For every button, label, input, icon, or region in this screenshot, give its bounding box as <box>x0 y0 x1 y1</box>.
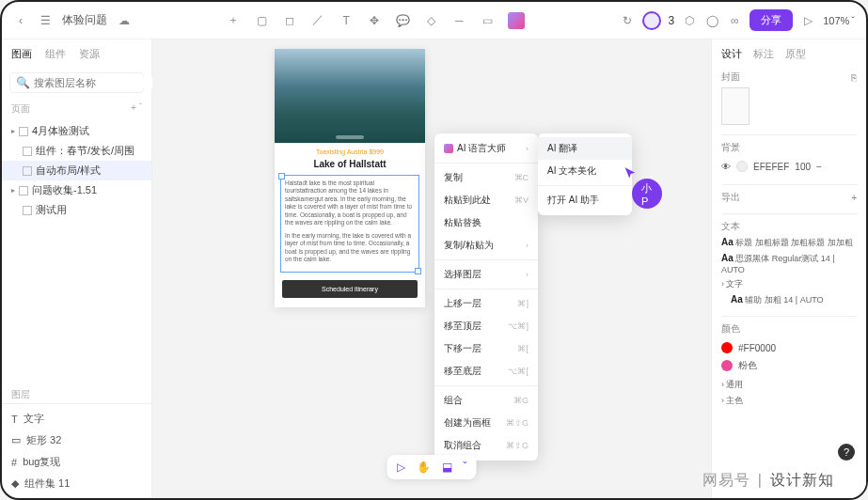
text-icon: T <box>11 414 18 425</box>
share-button[interactable]: 分享 <box>750 9 793 31</box>
bg-opacity[interactable]: 100 <box>795 162 811 172</box>
cursor-icon <box>623 166 638 184</box>
text-icon[interactable]: T <box>339 13 354 28</box>
ctx-ungroup[interactable]: 取消组合⌘⇧G <box>434 434 538 457</box>
pages-label: 页面 + ˇ <box>2 97 151 117</box>
minus-icon[interactable]: − <box>816 162 822 172</box>
tree-item[interactable]: ▸问题收集-1.51 <box>2 180 151 200</box>
ai-beautify[interactable]: AI 文本美化 <box>538 160 632 182</box>
typo-group[interactable]: › 文字 <box>721 278 857 290</box>
color-row[interactable]: 粉色 <box>721 356 857 375</box>
chevron-down-icon[interactable]: ˇ <box>464 461 467 474</box>
doc-title: 体验问题 <box>62 12 107 28</box>
tab-assets[interactable]: 资源 <box>79 47 100 61</box>
back-icon[interactable]: ‹ <box>13 13 28 28</box>
ctx-move-top[interactable]: 移至顶层⌥⌘] <box>434 315 538 337</box>
color-row[interactable]: #FF0000 <box>721 339 857 356</box>
add-icon[interactable]: ＋ <box>226 13 241 28</box>
bg-section: 背景 👁 EFEFEF 100 − <box>721 141 857 175</box>
typo-preset[interactable]: Aa 思源黑体 Regular测试 14 | AUTO <box>721 253 857 274</box>
color-group[interactable]: › 主色 <box>721 395 857 407</box>
component-icon[interactable]: ◇ <box>423 13 438 28</box>
menu-icon[interactable]: ☰ <box>38 13 53 28</box>
tree-item[interactable]: 自动布局/样式 <box>2 161 151 180</box>
component-icon: ◆ <box>11 477 19 490</box>
ctx-copy-paste-as[interactable]: 复制/粘贴为› <box>434 234 538 257</box>
play-icon[interactable]: ▷ <box>800 13 815 28</box>
bg-hex[interactable]: EFEFEF <box>753 162 789 172</box>
tree-item[interactable]: 测试用 <box>2 200 151 220</box>
layer-tree: ▸4月体验测试 组件：春节/发长/周围 自动布局/样式 ▸问题收集-1.51 测… <box>2 117 151 383</box>
artboard[interactable]: Toexisting Austria $999 Lake of Hallstat… <box>275 49 425 307</box>
ctx-move-up[interactable]: 上移一层⌘] <box>434 292 538 315</box>
ctx-copy[interactable]: 复制⌘C <box>434 166 538 189</box>
cta-button[interactable]: Scheduled itinerary <box>282 280 418 298</box>
rect-icon: ▭ <box>11 434 21 446</box>
color-group[interactable]: › 通用 <box>721 379 857 391</box>
search-box[interactable]: 🔍 ⇄ <box>9 72 144 93</box>
link-icon[interactable]: ∞ <box>727 13 742 28</box>
ai-translate[interactable]: AI 翻译 <box>538 137 632 160</box>
copy-icon[interactable]: ⎘ <box>851 72 857 83</box>
layer-row[interactable]: T文字 <box>2 408 151 430</box>
zoom-control[interactable]: 107%ˇ <box>823 15 855 26</box>
ctx-move-bottom[interactable]: 移至底层⌥⌘[ <box>434 360 538 383</box>
canvas[interactable]: Toexisting Austria $999 Lake of Hallstat… <box>152 39 711 498</box>
tab-components[interactable]: 组件 <box>45 47 66 61</box>
cover-thumb[interactable] <box>721 87 750 125</box>
ctx-paste-replace[interactable]: 粘贴替换 <box>434 211 538 234</box>
ai-brand-icon[interactable] <box>508 12 525 29</box>
ai-icon <box>444 144 453 153</box>
measure-tool[interactable]: ⬓ <box>442 461 452 474</box>
help-button[interactable]: ? <box>838 444 855 461</box>
selected-text-block[interactable]: Halstadt lake is the most spiritual tour… <box>280 175 419 273</box>
ctx-paste-here[interactable]: 粘贴到此处⌘V <box>434 189 538 211</box>
location-icon[interactable]: ⬡ <box>682 13 697 28</box>
chat-icon[interactable]: 💬 <box>395 13 410 28</box>
pen-icon[interactable]: ／ <box>310 13 325 28</box>
topbar-left: ‹ ☰ 体验问题 ☁ <box>13 12 132 28</box>
layer-row[interactable]: ◆组件集 11 <box>2 473 151 494</box>
ruler-icon[interactable]: ─ <box>451 13 466 28</box>
color-swatch[interactable] <box>736 161 748 172</box>
tab-layers[interactable]: 图画 <box>11 47 32 61</box>
canvas-tools: ▷ ✋ ⬓ ˇ <box>387 455 477 479</box>
typo-preset[interactable]: Aa 辅助 加粗 14 | AUTO <box>721 294 857 306</box>
cloud-icon[interactable]: ☁ <box>117 13 132 28</box>
layer-row[interactable]: #bug复现 <box>2 451 151 473</box>
select-tool[interactable]: ▷ <box>397 461 405 474</box>
tab-design[interactable]: 设计 <box>721 47 742 61</box>
ctx-group[interactable]: 组合⌘G <box>434 389 538 412</box>
ctx-move-down[interactable]: 下移一层⌘[ <box>434 337 538 360</box>
topbar-right: ↻ 3 ⬡ ◯ ∞ 分享 ▷ 107%ˇ <box>620 9 856 31</box>
color-swatch <box>721 360 733 371</box>
hero-image <box>275 49 425 143</box>
image-icon[interactable]: ▭ <box>480 13 495 28</box>
left-tabs: 图画 组件 资源 <box>2 39 151 69</box>
topbar-tools: ＋ ▢ ◻ ／ T ✥ 💬 ◇ ─ ▭ <box>226 12 525 29</box>
tab-inspect[interactable]: 标注 <box>753 47 774 61</box>
tree-item[interactable]: ▸4月体验测试 <box>2 121 151 141</box>
ai-open-assistant[interactable]: 打开 AI 助手 <box>538 189 632 211</box>
right-tabs: 设计 标注 原型 <box>721 47 857 61</box>
search-input[interactable] <box>34 77 164 88</box>
bookmark-icon[interactable]: ◯ <box>704 13 719 28</box>
shape-icon[interactable]: ◻ <box>282 13 297 28</box>
move-icon[interactable]: ✥ <box>367 13 382 28</box>
body: 图画 组件 资源 🔍 ⇄ 页面 + ˇ ▸4月体验测试 组件：春节/发长/周围 … <box>2 39 866 498</box>
ctx-create-frame[interactable]: 创建为画框⌘⇧G <box>434 412 538 434</box>
typo-preset[interactable]: Aa 标题 加粗标题 加粗标题 加加粗 <box>721 237 857 249</box>
tree-item[interactable]: 组件：春节/发长/周围 <box>2 141 151 161</box>
frame-icon[interactable]: ▢ <box>254 13 269 28</box>
layer-row[interactable]: ▭矩形 32 <box>2 430 151 451</box>
ctx-select-layer[interactable]: 选择图层› <box>434 263 538 286</box>
tab-prototype[interactable]: 原型 <box>785 47 806 61</box>
plus-icon[interactable]: + <box>851 193 857 203</box>
ctx-ai-master[interactable]: AI 语言大师 › <box>434 137 538 160</box>
user-count: 3 <box>669 14 675 27</box>
hand-tool[interactable]: ✋ <box>417 461 431 474</box>
user-avatar[interactable] <box>642 11 661 30</box>
color-section: 颜色 #FF0000 粉色 › 通用 › 主色 <box>721 322 857 407</box>
eye-icon[interactable]: 👁 <box>721 162 731 172</box>
history-icon[interactable]: ↻ <box>620 13 635 28</box>
